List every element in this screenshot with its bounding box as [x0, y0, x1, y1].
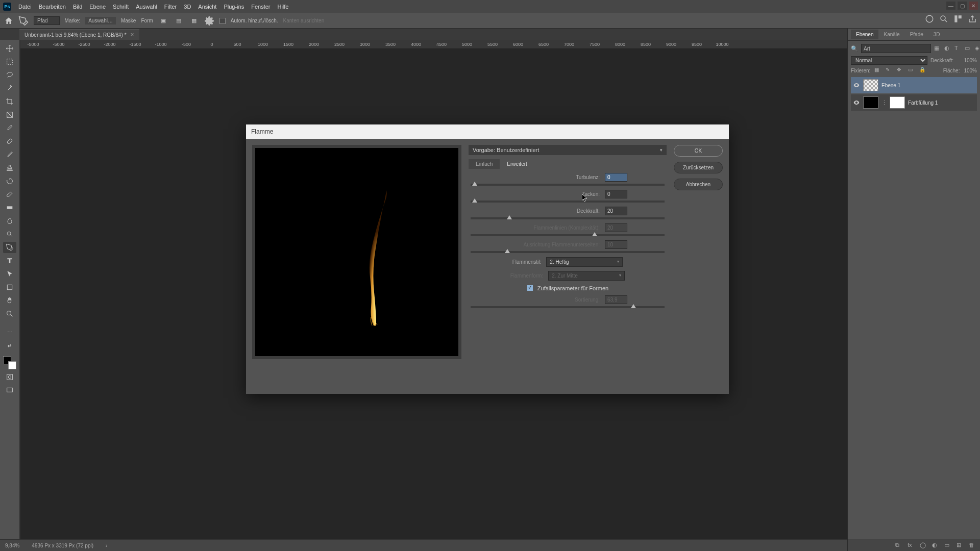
delete-icon[interactable]: 🗑 [969, 542, 976, 549]
filter-smart-icon[interactable]: ◈ [975, 45, 980, 52]
layer-thumbnail[interactable] [863, 96, 878, 109]
mode-dropdown[interactable]: Pfad [34, 16, 60, 25]
visibility-icon[interactable] [853, 82, 860, 89]
cancel-button[interactable]: Abbrechen [674, 179, 723, 190]
dodge-tool-icon[interactable] [3, 229, 16, 240]
move-tool-icon[interactable] [3, 43, 16, 54]
tab-advanced[interactable]: Erweitert [500, 159, 534, 169]
wand-tool-icon[interactable] [3, 83, 16, 94]
document-tab[interactable]: Unbenannt-1 bei 9,84% (Ebene 1, RGB/8#) … [19, 29, 139, 40]
opacity-input[interactable] [605, 207, 627, 215]
filter-image-icon[interactable]: ▦ [934, 45, 941, 52]
mask-button[interactable]: Maske [121, 18, 136, 23]
random-checkbox[interactable] [527, 285, 533, 291]
tab-3d[interactable]: 3D [928, 30, 945, 39]
link-icon[interactable]: ⋮ [881, 99, 887, 106]
lock-position-icon[interactable]: ✥ [897, 67, 904, 74]
gear-icon[interactable] [204, 16, 214, 26]
menu-item[interactable]: Auswahl [136, 4, 157, 10]
menu-item[interactable]: Fenster [251, 4, 270, 10]
menu-item[interactable]: Bild [73, 4, 82, 10]
jag-input[interactable] [605, 190, 627, 198]
path-op-icon[interactable]: ▣ [158, 16, 168, 26]
close-tab-icon[interactable]: × [131, 31, 134, 38]
cloud-icon[interactable] [925, 14, 934, 23]
preset-dropdown[interactable]: Vorgabe: Benutzerdefiniert [469, 145, 667, 155]
path-select-icon[interactable] [3, 268, 16, 280]
menu-item[interactable]: Ebene [89, 4, 106, 10]
shape-tool-icon[interactable] [3, 282, 16, 293]
hand-tool-icon[interactable] [3, 295, 16, 306]
mask-thumbnail[interactable] [890, 96, 905, 109]
history-brush-icon[interactable] [3, 176, 16, 187]
arrange-icon[interactable]: ▦ [189, 16, 199, 26]
heal-tool-icon[interactable] [3, 136, 16, 147]
eraser-tool-icon[interactable] [3, 189, 16, 200]
layer-search-input[interactable] [861, 44, 931, 53]
filter-type-icon[interactable]: T [954, 45, 962, 52]
workspace-icon[interactable] [953, 14, 963, 23]
filter-shape-icon[interactable]: ▭ [965, 45, 972, 52]
reset-button[interactable]: Zurücksetzen [674, 162, 723, 173]
group-icon[interactable]: ▭ [944, 542, 951, 549]
frame-tool-icon[interactable] [3, 109, 16, 120]
zoom-level[interactable]: 9,84% [5, 543, 19, 548]
close-icon[interactable]: ✕ [969, 2, 978, 10]
tab-paths[interactable]: Pfade [905, 30, 928, 39]
chevron-right-icon[interactable]: › [106, 543, 107, 548]
lock-all-icon[interactable]: 🔒 [919, 67, 926, 74]
quick-mask-icon[interactable] [3, 371, 16, 383]
selection-button[interactable]: Auswahl… [85, 17, 116, 24]
share-icon[interactable] [968, 14, 977, 23]
screen-mode-icon[interactable] [3, 385, 16, 396]
pen-tool-icon[interactable] [18, 16, 29, 26]
zoom-tool-icon[interactable] [3, 308, 16, 319]
pen-tool-icon[interactable] [3, 242, 16, 253]
menu-item[interactable]: Ansicht [198, 4, 216, 10]
turbulence-slider[interactable] [471, 184, 665, 186]
home-icon[interactable] [4, 16, 13, 26]
style-dropdown[interactable]: 2. Heftig [546, 257, 623, 267]
menu-item[interactable]: Plug-ins [224, 4, 244, 10]
shape-button[interactable]: Form [141, 18, 153, 23]
ok-button[interactable]: OK [674, 145, 723, 157]
layer-name[interactable]: Farbfüllung 1 [908, 100, 938, 106]
opacity-value[interactable]: 100% [957, 58, 977, 63]
link-layers-icon[interactable]: ⧉ [895, 542, 902, 549]
brush-tool-icon[interactable] [3, 149, 16, 160]
filter-adjust-icon[interactable]: ◐ [944, 45, 951, 52]
menu-item[interactable]: Hilfe [277, 4, 288, 10]
turbulence-input[interactable] [605, 173, 627, 182]
color-swatches[interactable] [3, 356, 16, 369]
tab-channels[interactable]: Kanäle [878, 30, 904, 39]
mask-icon[interactable]: ◯ [920, 542, 927, 549]
visibility-icon[interactable] [853, 99, 860, 106]
lock-paint-icon[interactable]: ✎ [886, 67, 893, 74]
fx-icon[interactable]: fx [908, 542, 915, 549]
maximize-icon[interactable]: ▢ [958, 2, 967, 10]
gradient-tool-icon[interactable] [3, 202, 16, 213]
menu-item[interactable]: Datei [18, 4, 32, 10]
menu-item[interactable]: Filter [164, 4, 177, 10]
layer-row[interactable]: ⋮ Farbfüllung 1 [851, 94, 977, 111]
lock-artboard-icon[interactable]: ▭ [908, 67, 915, 74]
eyedropper-tool-icon[interactable] [3, 122, 16, 134]
search-icon[interactable] [939, 14, 948, 23]
blend-mode-dropdown[interactable]: Normal [851, 56, 927, 65]
more-tools-icon[interactable]: ⋯ [3, 327, 16, 338]
align-icon[interactable]: ▤ [174, 16, 184, 26]
minimize-icon[interactable]: — [946, 2, 955, 10]
stamp-tool-icon[interactable] [3, 162, 16, 173]
adjustment-icon[interactable]: ◐ [932, 542, 939, 549]
jag-slider[interactable] [471, 201, 665, 203]
menu-item[interactable]: Schrift [113, 4, 129, 10]
lasso-tool-icon[interactable] [3, 69, 16, 81]
layer-row[interactable]: Ebene 1 [851, 77, 977, 93]
lock-pixels-icon[interactable]: ▦ [874, 67, 881, 74]
swap-colors-icon[interactable]: ⇄ [3, 340, 16, 351]
new-layer-icon[interactable]: ⊞ [957, 542, 964, 549]
menu-item[interactable]: Bearbeiten [39, 4, 66, 10]
layer-thumbnail[interactable] [863, 79, 878, 91]
tab-simple[interactable]: Einfach [469, 159, 500, 169]
blur-tool-icon[interactable] [3, 215, 16, 227]
